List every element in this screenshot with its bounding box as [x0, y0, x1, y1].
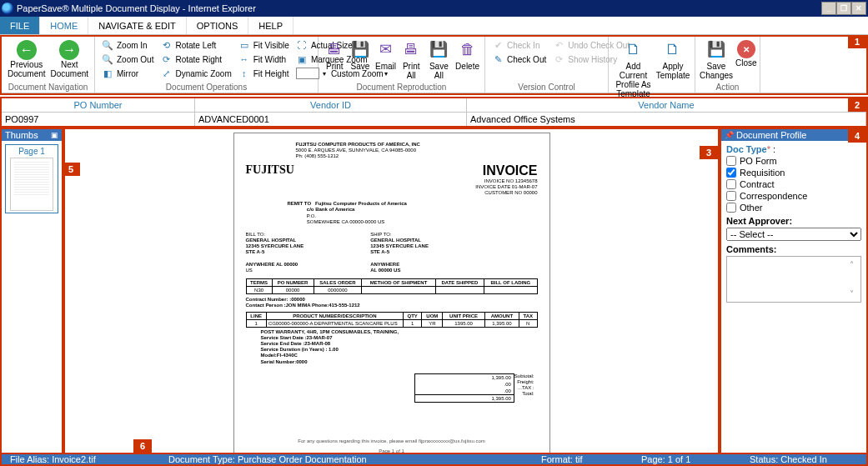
tab-file[interactable]: FILE: [0, 17, 40, 34]
chk-po-form[interactable]: [726, 156, 736, 166]
minimize-button[interactable]: _: [821, 2, 836, 15]
invoice-header-table: TERMSPO NUMBERSALES ORDERMETHOD OF SHIPM…: [246, 278, 538, 294]
tab-navigate-edit[interactable]: NAVIGATE & EDIT: [88, 17, 187, 34]
annotation-marker-3: 3: [700, 146, 718, 159]
next-approver-select[interactable]: -- Select --: [726, 228, 861, 241]
status-format: Format: tif: [533, 454, 633, 464]
tab-help[interactable]: HELP: [248, 17, 294, 34]
invoice-totals: 1,395.00 .00 .00 1,395.00: [414, 373, 514, 403]
print-all-button[interactable]: 🖶Print All: [400, 38, 423, 80]
marquee-zoom-icon: ▣: [296, 53, 308, 65]
field-header-po: PO Number: [2, 98, 195, 112]
save-button[interactable]: 💾Save: [349, 38, 372, 71]
mirror-button[interactable]: ◧Mirror: [100, 67, 155, 80]
delete-icon: 🗑: [458, 40, 478, 60]
status-doc-type: Document Type: Purchase Order Documentat…: [160, 454, 533, 464]
save-all-icon: 💾: [429, 40, 449, 60]
chk-other[interactable]: [726, 203, 736, 213]
apply-template-button[interactable]: 🗋Apply Template: [656, 38, 690, 80]
field-header-vendor-id: Vendor ID: [195, 98, 467, 112]
btn-label: Next Document: [50, 60, 90, 78]
save-changes-button[interactable]: 💾Save Changes: [700, 38, 732, 80]
fit-width-icon: ↔: [238, 53, 250, 65]
check-out-button[interactable]: ✎Check Out: [490, 53, 548, 66]
profile-title: Document Profile: [736, 130, 806, 140]
dynamic-zoom-button[interactable]: ⤢Dynamic Zoom: [158, 67, 233, 80]
field-header-vendor-name: Vendor Name: [467, 98, 866, 112]
chk-requisition[interactable]: [726, 168, 736, 178]
group-label-docnav: Document Navigation: [7, 82, 89, 93]
print-button[interactable]: 🖶Print: [324, 38, 346, 71]
thumb-label: Page 1: [18, 147, 45, 156]
custom-zoom-input[interactable]: [296, 68, 319, 79]
rotate-left-icon: ⟲: [160, 39, 172, 51]
check-in-button[interactable]: ✔Check In: [490, 38, 548, 52]
ie-icon: [2, 3, 13, 14]
template-add-icon: 🗋: [624, 40, 644, 60]
doc-type-label: Doc Type: [726, 144, 767, 154]
delete-button[interactable]: 🗑Delete: [455, 38, 479, 71]
pin-icon[interactable]: ▣: [51, 131, 58, 139]
zoom-in-button[interactable]: 🔍Zoom In: [100, 38, 155, 52]
save-all-button[interactable]: 💾Save All: [426, 38, 453, 80]
fit-height-icon: ↕: [238, 68, 250, 79]
email-icon: ✉: [376, 40, 396, 60]
close-icon: ✕: [737, 40, 755, 58]
thumbs-panel: Thumbs▣ Page 1 5: [0, 128, 63, 466]
pushpin-icon[interactable]: 📌: [725, 131, 734, 139]
invoice-line-table: LINEPRODUCT NUMBER/DESCRIPTIONQTYUOMUNIT…: [246, 312, 538, 328]
field-value-vendor-name: Advanced Office Systems: [467, 113, 866, 126]
status-file-alias: File Alias: Invoice2.tif: [2, 454, 160, 464]
rotate-right-button[interactable]: ⟳Rotate Right: [158, 53, 233, 66]
rotate-left-button[interactable]: ⟲Rotate Left: [158, 38, 233, 52]
annotation-marker-4: 4: [848, 129, 866, 143]
group-label-repro: Document Reproduction: [324, 82, 479, 93]
ribbon-region: 1 ← Previous Document → Next Document Do…: [0, 35, 868, 95]
annotation-marker-1: 1: [848, 35, 866, 48]
menu-bar: FILE HOME NAVIGATE & EDIT OPTIONS HELP: [0, 17, 868, 35]
save-changes-icon: 💾: [706, 40, 726, 60]
next-document-button[interactable]: → Next Document: [50, 38, 90, 78]
group-label-version: Version Control: [490, 82, 603, 93]
email-button[interactable]: ✉Email▾: [374, 38, 397, 78]
field-value-po: PO0997: [2, 113, 195, 126]
fit-height-button[interactable]: ↕Fit Height: [237, 67, 291, 80]
document-profile-panel: 4 📌Document Profile Doc Type* : PO Form …: [720, 128, 868, 466]
thumbs-title: Thumbs: [5, 130, 38, 140]
close-window-button[interactable]: ✕: [851, 2, 866, 15]
tab-home[interactable]: HOME: [40, 17, 88, 34]
template-apply-icon: 🗋: [663, 40, 683, 60]
add-template-button[interactable]: 🗋Add Current Profile As Template: [614, 38, 653, 98]
annotation-marker-6: 6: [133, 439, 152, 453]
document-viewer[interactable]: 3 FUJITSU COMPUTER PRODUCTS OF AMERICA, …: [63, 128, 720, 466]
rotate-right-icon: ⟳: [160, 53, 172, 65]
dynamic-zoom-icon: ⤢: [160, 68, 172, 79]
document-page: FUJITSU COMPUTER PRODUCTS OF AMERICA, IN…: [233, 133, 550, 466]
arrow-right-icon: →: [59, 40, 79, 60]
fit-visible-icon: ▭: [238, 39, 250, 51]
window-title: PaperSave® Multiple Document Display - I…: [17, 3, 821, 13]
restore-button[interactable]: ❐: [836, 2, 851, 15]
close-button[interactable]: ✕Close: [735, 38, 757, 68]
print-all-icon: 🖶: [401, 40, 421, 60]
thumbnail-page-1[interactable]: Page 1: [5, 144, 58, 213]
group-label-docops: Document Operations: [100, 82, 313, 93]
actual-size-icon: ⛶: [296, 39, 308, 51]
fujitsu-logo: FUJITSU: [246, 163, 294, 197]
fit-visible-button[interactable]: ▭Fit Visible: [237, 38, 291, 52]
fit-width-button[interactable]: ↔Fit Width: [237, 53, 291, 66]
arrow-left-icon: ←: [17, 40, 37, 60]
field-value-vendor-id: ADVANCED0001: [195, 113, 467, 126]
tab-options[interactable]: OPTIONS: [187, 17, 249, 34]
chk-correspondence[interactable]: [726, 191, 736, 201]
zoom-in-icon: 🔍: [102, 39, 113, 51]
group-label-action: Action: [700, 82, 755, 93]
zoom-out-button[interactable]: 🔍Zoom Out: [100, 53, 155, 66]
window-titlebar: PaperSave® Multiple Document Display - I…: [0, 0, 868, 17]
status-bar: File Alias: Invoice2.tif Document Type: …: [0, 453, 868, 466]
chk-contract[interactable]: [726, 179, 736, 189]
annotation-marker-5: 5: [62, 163, 80, 176]
previous-document-button[interactable]: ← Previous Document: [7, 38, 47, 78]
comments-textarea[interactable]: ˄˅: [726, 256, 861, 303]
status-checked: Status: Checked In: [741, 454, 866, 464]
